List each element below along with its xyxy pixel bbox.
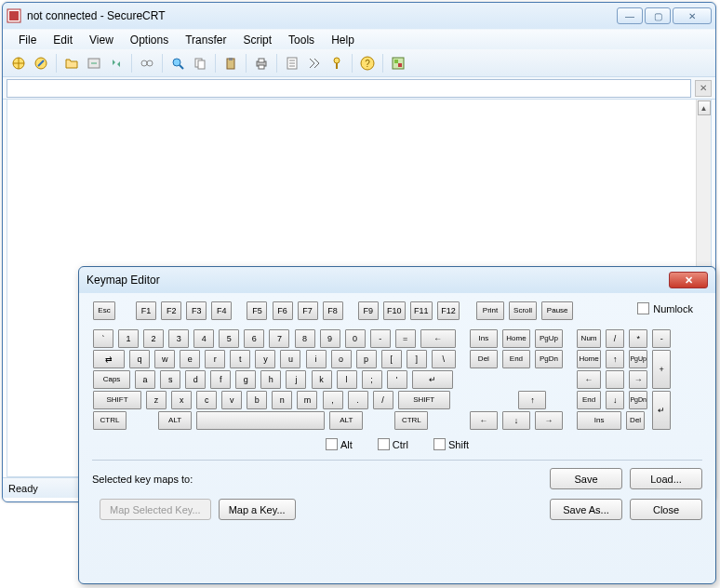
- key-grave[interactable]: `: [93, 329, 113, 348]
- key-end[interactable]: End: [502, 350, 530, 368]
- key-3[interactable]: 3: [168, 329, 189, 348]
- key-f5[interactable]: F5: [247, 301, 267, 320]
- key-num9[interactable]: PgUp: [629, 350, 647, 368]
- key-h[interactable]: h: [260, 370, 281, 389]
- key-numdel[interactable]: Del: [626, 411, 645, 430]
- key-caps[interactable]: Caps: [93, 370, 130, 389]
- print-icon[interactable]: [251, 53, 272, 74]
- dialog-close-button[interactable]: ✕: [669, 272, 708, 288]
- key-f10[interactable]: F10: [383, 301, 406, 320]
- find-icon[interactable]: [167, 53, 188, 74]
- menu-file[interactable]: File: [10, 32, 45, 48]
- shift-checkbox[interactable]: Shift: [433, 439, 469, 450]
- key-b[interactable]: b: [247, 391, 267, 409]
- map-a-key-button[interactable]: Map a Key...: [219, 499, 296, 520]
- globe-new-icon[interactable]: [8, 53, 29, 74]
- key-ralt[interactable]: ALT: [329, 411, 363, 430]
- key-f2[interactable]: F2: [161, 301, 181, 320]
- key-enter[interactable]: ↵: [412, 370, 453, 389]
- key-4[interactable]: 4: [193, 329, 214, 348]
- reconnect-icon[interactable]: [106, 53, 127, 74]
- numlock-checkbox[interactable]: Numlock: [637, 302, 693, 314]
- key-d[interactable]: d: [185, 370, 206, 389]
- key-numlock[interactable]: Num: [577, 329, 601, 348]
- disconnect-icon[interactable]: [137, 53, 157, 74]
- help-key-icon[interactable]: [327, 53, 347, 74]
- key-num8[interactable]: ↑: [606, 350, 624, 368]
- key-lctrl[interactable]: CTRL: [93, 411, 127, 430]
- key-numminus[interactable]: -: [652, 329, 671, 348]
- sessions-icon[interactable]: [388, 53, 408, 74]
- menu-help[interactable]: Help: [323, 32, 363, 48]
- key-num4[interactable]: ←: [577, 370, 601, 389]
- key-home[interactable]: Home: [502, 329, 530, 348]
- key-esc[interactable]: Esc: [93, 301, 115, 320]
- key-num3[interactable]: PgDn: [629, 391, 647, 409]
- key-rctrl[interactable]: CTRL: [394, 411, 428, 430]
- key-f8[interactable]: F8: [323, 301, 343, 320]
- key-numenter[interactable]: ↵: [652, 391, 671, 430]
- key-num5[interactable]: [606, 370, 624, 389]
- scroll-up-button[interactable]: ▲: [698, 100, 711, 115]
- properties-icon[interactable]: [282, 53, 302, 74]
- key-ins[interactable]: Ins: [470, 329, 498, 348]
- key-rshift[interactable]: SHIFT: [398, 391, 450, 409]
- key-pgup[interactable]: PgUp: [535, 329, 563, 348]
- folder-icon[interactable]: [61, 53, 82, 74]
- minimize-button[interactable]: —: [617, 7, 643, 24]
- key-space[interactable]: [196, 411, 325, 430]
- go-icon[interactable]: [84, 53, 104, 74]
- menu-tools[interactable]: Tools: [280, 32, 323, 48]
- key-num7[interactable]: Home: [577, 350, 601, 368]
- copy-icon[interactable]: [190, 53, 210, 74]
- menu-view[interactable]: View: [81, 32, 122, 48]
- titlebar[interactable]: not connected - SecureCRT — ▢ ✕: [3, 3, 715, 29]
- key-left[interactable]: ←: [470, 411, 498, 430]
- key-del[interactable]: Del: [470, 350, 498, 368]
- key-n[interactable]: n: [272, 391, 292, 409]
- key-2[interactable]: 2: [143, 329, 164, 348]
- clear-address-button[interactable]: ✕: [695, 80, 712, 97]
- key-options-icon[interactable]: [304, 53, 325, 74]
- key-m[interactable]: m: [297, 391, 317, 409]
- key-c[interactable]: c: [196, 391, 217, 409]
- load-button[interactable]: Load...: [630, 468, 702, 489]
- globe-quick-icon[interactable]: [31, 53, 51, 74]
- save-button[interactable]: Save: [550, 468, 622, 489]
- key-f4[interactable]: F4: [211, 301, 232, 320]
- menu-transfer[interactable]: Transfer: [177, 32, 234, 48]
- key-f3[interactable]: F3: [186, 301, 207, 320]
- key-pgdn[interactable]: PgDn: [535, 350, 563, 368]
- key-1[interactable]: 1: [118, 329, 139, 348]
- key-g[interactable]: g: [235, 370, 256, 389]
- key-a[interactable]: a: [135, 370, 155, 389]
- key-s[interactable]: s: [160, 370, 180, 389]
- key-x[interactable]: x: [171, 391, 192, 409]
- key-scroll[interactable]: Scroll: [509, 301, 537, 320]
- key-tab[interactable]: ⇄: [93, 350, 125, 368]
- checkbox-icon[interactable]: [637, 302, 649, 314]
- key-down[interactable]: ↓: [502, 411, 530, 430]
- key-f[interactable]: f: [210, 370, 231, 389]
- key-nummul[interactable]: *: [629, 329, 647, 348]
- key-num0[interactable]: Ins: [577, 411, 621, 430]
- key-numdiv[interactable]: /: [606, 329, 624, 348]
- key-f1[interactable]: F1: [136, 301, 156, 320]
- close-button[interactable]: ✕: [673, 7, 712, 24]
- key-lalt[interactable]: ALT: [158, 411, 192, 430]
- menu-options[interactable]: Options: [122, 32, 177, 48]
- ctrl-checkbox[interactable]: Ctrl: [378, 439, 408, 450]
- key-5[interactable]: 5: [219, 329, 239, 348]
- key-num6[interactable]: →: [629, 370, 647, 389]
- menu-edit[interactable]: Edit: [45, 32, 81, 48]
- maximize-button[interactable]: ▢: [645, 7, 671, 24]
- key-f9[interactable]: F9: [358, 301, 379, 320]
- key-f7[interactable]: F7: [298, 301, 318, 320]
- address-input[interactable]: [7, 79, 691, 98]
- key-right[interactable]: →: [535, 411, 563, 430]
- dialog-titlebar[interactable]: Keymap Editor ✕: [79, 267, 715, 293]
- key-f12[interactable]: F12: [437, 301, 460, 320]
- key-print[interactable]: Print: [476, 301, 504, 320]
- key-6[interactable]: 6: [244, 329, 264, 348]
- key-f11[interactable]: F11: [410, 301, 433, 320]
